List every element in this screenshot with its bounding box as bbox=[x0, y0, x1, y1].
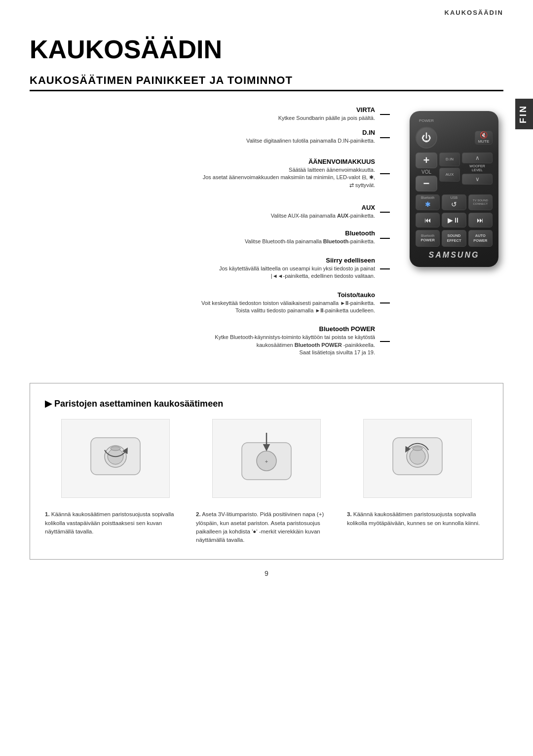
mute-button[interactable]: 🔇 MUTE bbox=[475, 131, 493, 145]
samsung-logo: SAMSUNG bbox=[416, 251, 493, 260]
svg-point-3 bbox=[111, 447, 120, 451]
desc-din-label: D.IN bbox=[362, 129, 375, 136]
bt-power-main: POWER bbox=[420, 238, 434, 243]
step-1-text: Käännä kaukosäätimen paristosuojusta sop… bbox=[45, 511, 174, 534]
language-tab: FIN bbox=[515, 99, 533, 129]
usb-label: USB bbox=[451, 195, 457, 200]
woofer-label: WOOFERLEVEL bbox=[462, 164, 493, 173]
svg-text:+: + bbox=[265, 458, 268, 464]
desc-play: Toisto/tauko Voit keskeyttää tiedoston t… bbox=[30, 291, 390, 315]
desc-bluetooth-text: Valitse Bluetooth-tila painamalla Blueto… bbox=[245, 238, 375, 245]
step-2-num: 2. bbox=[196, 511, 201, 517]
usb-button[interactable]: USB ↺ bbox=[442, 194, 466, 210]
bt-power-button[interactable]: Bluetooth POWER bbox=[416, 230, 440, 247]
step-3-num: 3. bbox=[347, 511, 352, 517]
bluetooth-button[interactable]: Bluetooth ✱ bbox=[416, 194, 440, 210]
desc-vol-text: Säätää laitteen äänenvoimakkuutta.Jos as… bbox=[197, 166, 375, 189]
desc-play-label: Toisto/tauko bbox=[338, 291, 375, 299]
vol-section: + VOL − D.IN AUX ∧ WOOFERLEVEL bbox=[416, 152, 493, 191]
sound-effect-button[interactable]: SOUND EFFECT bbox=[442, 230, 466, 247]
vol-down-button[interactable]: − bbox=[416, 176, 437, 191]
main-title: KAUKOSÄÄDIN bbox=[30, 35, 503, 64]
sound-effect-label: SOUND bbox=[447, 233, 460, 238]
desc-play-text: Voit keskeyttää tiedoston toiston väliai… bbox=[201, 300, 375, 315]
media-row: ⏮ ▶⏸ ⏭ bbox=[416, 213, 493, 227]
desc-btpower: Bluetooth POWER Kytke Bluetooth-käynnist… bbox=[30, 325, 390, 356]
step-3-text: Käännä kaukosäätimen paristosuojusta sop… bbox=[347, 511, 480, 526]
bluetooth-icon: ✱ bbox=[425, 200, 431, 209]
desc-btpower-text: Kytke Bluetooth-käynnistys-toiminto käyt… bbox=[215, 334, 375, 356]
battery-instructions: 1. Käännä kaukosäätimen paristosuojusta … bbox=[45, 510, 488, 544]
battery-step-3: 3. Käännä kaukosäätimen paristosuojusta … bbox=[347, 510, 488, 544]
step-2-text: Aseta 3V-litiumparisto. Pidä positiivine… bbox=[196, 511, 324, 543]
section-title: KAUKOSÄÄTIMEN PAINIKKEET JA TOIMINNOT bbox=[30, 74, 503, 91]
remote-control: POWER ⏻ 🔇 MUTE + bbox=[410, 111, 498, 267]
bottom-row: Bluetooth POWER SOUND EFFECT AUTO POWER bbox=[416, 230, 493, 247]
desc-aux-text: Valitse AUX-tila painamalla AUX-painiket… bbox=[271, 212, 375, 220]
din-aux-col: D.IN AUX bbox=[439, 152, 460, 191]
battery-title: ▶ Paristojen asettaminen kaukosäätimeen bbox=[45, 398, 488, 409]
power-row: POWER bbox=[416, 118, 493, 123]
battery-img-1 bbox=[61, 419, 170, 498]
play-pause-button[interactable]: ▶⏸ bbox=[442, 213, 466, 227]
top-label: KAUKOSÄÄDIN bbox=[445, 9, 504, 16]
step-1-num: 1. bbox=[45, 511, 50, 517]
right-group: D.IN AUX ∧ WOOFERLEVEL ∨ bbox=[439, 152, 493, 191]
battery-step-2: 2. Aseta 3V-litiumparisto. Pidä positiiv… bbox=[196, 510, 337, 544]
desc-prev: Siirry edelliseen Jos käytettävällä lait… bbox=[30, 257, 390, 280]
desc-virta-label: VIRTA bbox=[356, 106, 375, 113]
woofer-up-button[interactable]: ∧ bbox=[462, 152, 493, 163]
vol-label: VOL bbox=[421, 169, 431, 175]
tv-sound-button[interactable]: TV SOUNDCONNECT bbox=[468, 194, 493, 210]
battery-images: + bbox=[45, 419, 488, 498]
next-button[interactable]: ⏭ bbox=[468, 213, 493, 227]
desc-virta-text: Kytkee Soundbarin päälle ja pois päältä. bbox=[278, 114, 375, 122]
mute-label: MUTE bbox=[478, 139, 490, 144]
desc-virta: VIRTA Kytkee Soundbarin päälle ja pois p… bbox=[30, 106, 390, 122]
prev-button[interactable]: ⏮ bbox=[416, 213, 440, 227]
source-row: Bluetooth ✱ USB ↺ TV SOUNDCONNECT bbox=[416, 194, 493, 210]
auto-power-label: AUTO bbox=[475, 233, 486, 238]
descriptions-panel: VIRTA Kytkee Soundbarin päälle ja pois p… bbox=[30, 106, 395, 363]
desc-vol: ÄÄNENVOIMAKKUUS Säätää laitteen äänenvoi… bbox=[30, 158, 390, 189]
desc-btpower-label: Bluetooth POWER bbox=[319, 325, 375, 333]
battery-img-3 bbox=[363, 419, 472, 498]
battery-step-1: 1. Käännä kaukosäätimen paristosuojusta … bbox=[45, 510, 186, 544]
bt-power-top: Bluetooth bbox=[421, 234, 434, 238]
desc-prev-label: Siirry edelliseen bbox=[326, 257, 375, 264]
tv-sound-label: TV SOUNDCONNECT bbox=[473, 199, 488, 206]
desc-bluetooth: Bluetooth Valitse Bluetooth-tila painama… bbox=[30, 229, 390, 245]
auto-power-label2: POWER bbox=[473, 238, 487, 243]
desc-prev-text: Jos käytettävällä laitteella on useampi … bbox=[219, 265, 375, 280]
power-button[interactable]: ⏻ bbox=[416, 127, 437, 149]
desc-aux: AUX Valitse AUX-tila painamalla AUX-pain… bbox=[30, 204, 390, 220]
woofer-section: ∧ WOOFERLEVEL ∨ bbox=[462, 152, 493, 191]
auto-power-button[interactable]: AUTO POWER bbox=[468, 230, 493, 247]
svg-point-9 bbox=[410, 449, 425, 464]
desc-aux-label: AUX bbox=[362, 204, 375, 211]
sound-effect-label2: EFFECT bbox=[447, 238, 461, 243]
page-number: 9 bbox=[30, 569, 503, 577]
din-button[interactable]: D.IN bbox=[439, 152, 460, 166]
remote-container: POWER ⏻ 🔇 MUTE + bbox=[405, 106, 503, 363]
battery-img-2: + bbox=[212, 419, 321, 498]
bluetooth-top-label: Bluetooth bbox=[421, 196, 434, 200]
content-area: VIRTA Kytkee Soundbarin päälle ja pois p… bbox=[30, 106, 503, 363]
desc-vol-label: ÄÄNENVOIMAKKUUS bbox=[308, 158, 375, 165]
svg-point-10 bbox=[413, 447, 422, 451]
desc-bluetooth-label: Bluetooth bbox=[345, 229, 375, 237]
aux-button[interactable]: AUX bbox=[439, 168, 460, 182]
woofer-down-button[interactable]: ∨ bbox=[462, 174, 493, 185]
usb-icon: ↺ bbox=[451, 200, 457, 209]
vol-up-button[interactable]: + bbox=[416, 152, 437, 168]
desc-din-text: Valitse digitaalinen tulotila painamalla… bbox=[246, 137, 375, 145]
vol-controls: + VOL − bbox=[416, 152, 437, 191]
power-label: POWER bbox=[416, 118, 437, 123]
desc-din: D.IN Valitse digitaalinen tulotila paina… bbox=[30, 129, 390, 145]
battery-section: ▶ Paristojen asettaminen kaukosäätimeen bbox=[30, 383, 503, 560]
